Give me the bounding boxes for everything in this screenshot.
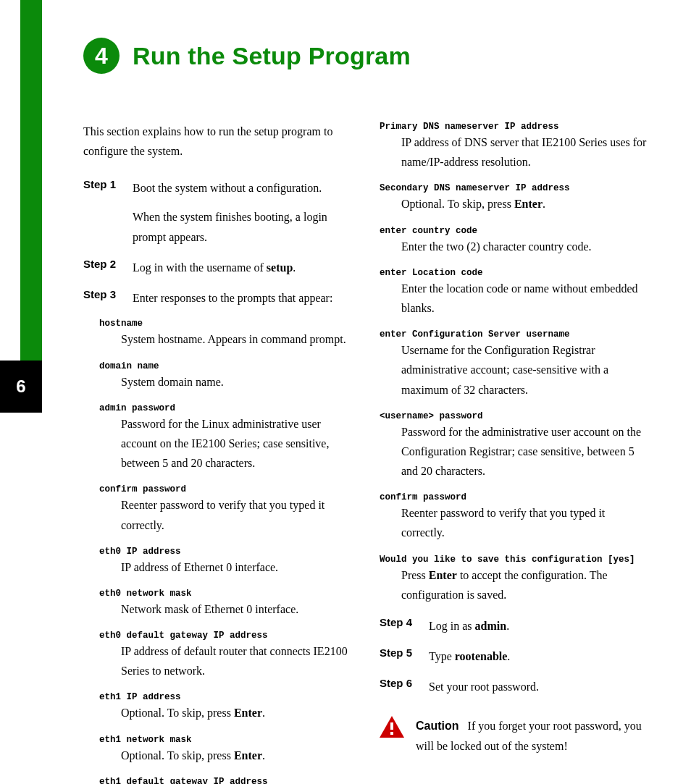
section-number-badge: 4 <box>83 38 120 74</box>
prompt-label: Secondary DNS nameserver IP address <box>380 183 648 193</box>
prompt-label: admin password <box>99 403 352 413</box>
prompt-description: System hostname. Appears in command prom… <box>121 329 352 349</box>
prompt-description: Reenter password to verify that you type… <box>401 503 648 542</box>
prompt-label: eth0 network mask <box>99 589 352 599</box>
prompt-item: confirm passwordReenter password to veri… <box>380 492 648 542</box>
step-label: Step 4 <box>380 616 419 636</box>
prompt-item: confirm passwordReenter password to veri… <box>99 484 352 534</box>
prompt-label: enter Location code <box>380 268 648 278</box>
prompt-description: Optional. To skip, press Enter. <box>121 746 352 765</box>
step-row: Step 4Log in as admin. <box>380 616 648 636</box>
prompt-item: admin passwordPassword for the Linux adm… <box>99 403 352 473</box>
step-paragraph: Set your root password. <box>429 677 648 697</box>
bold-term: Enter <box>234 749 262 762</box>
step-body: Set your root password. <box>429 677 648 697</box>
step-paragraph: Boot the system without a configuration. <box>133 178 352 198</box>
caution-block: Caution If you forget your root password… <box>380 716 648 756</box>
bold-term: Enter <box>429 569 457 581</box>
step-paragraph: Log in as admin. <box>429 616 648 636</box>
prompt-item: eth0 IP addressIP address of Ethernet 0 … <box>99 547 352 577</box>
prompt-item: Would you like to save this configuratio… <box>380 555 648 604</box>
prompt-item: hostnameSystem hostname. Appears in comm… <box>99 319 352 349</box>
bold-term: admin <box>475 620 507 632</box>
step-paragraph: Enter responses to the prompts that appe… <box>133 288 352 308</box>
bold-term: setup <box>267 261 293 274</box>
prompt-list: Primary DNS nameserver IP addressIP addr… <box>380 122 648 604</box>
prompt-description: Enter the location code or name without … <box>401 279 648 318</box>
prompt-description: Optional. To skip, press Enter. <box>121 703 352 722</box>
prompt-label: confirm password <box>99 484 352 494</box>
bold-term: rootenable <box>455 650 508 662</box>
prompt-item: eth0 default gateway IP addressIP addres… <box>99 631 352 680</box>
caution-icon <box>380 716 404 738</box>
prompt-label: eth0 IP address <box>99 547 352 557</box>
left-stripe <box>20 0 42 361</box>
column-right: Primary DNS nameserver IP addressIP addr… <box>380 122 648 784</box>
prompt-list: hostnameSystem hostname. Appears in comm… <box>99 319 352 784</box>
prompt-label: hostname <box>99 319 352 329</box>
step-row: Step 5Type rootenable. <box>380 646 648 667</box>
prompt-description: Username for the Configuration Registrar… <box>401 340 648 400</box>
prompt-label: <username> password <box>380 411 648 421</box>
prompt-description: Password for the Linux administrative us… <box>121 414 352 473</box>
step-body: Boot the system without a configuration.… <box>133 178 352 248</box>
prompt-label: eth1 network mask <box>99 735 352 745</box>
prompt-item: enter Location codeEnter the location co… <box>380 268 648 318</box>
step-row: Step 2Log in with the username of setup. <box>83 258 352 278</box>
prompt-item: domain nameSystem domain name. <box>99 361 352 392</box>
prompt-label: Would you like to save this configuratio… <box>380 555 648 565</box>
prompt-item: enter country codeEnter the two (2) char… <box>380 226 648 256</box>
step-body: Log in as admin. <box>429 616 648 636</box>
prompt-description: Reenter password to verify that you type… <box>121 495 352 534</box>
prompt-description: Optional. To skip, press Enter. <box>401 194 648 214</box>
prompt-description: IP address of Ethernet 0 interface. <box>121 557 352 577</box>
step-row: Step 3Enter responses to the prompts tha… <box>83 288 352 308</box>
prompt-label: eth0 default gateway IP address <box>99 631 352 641</box>
content-columns: This section explains how to run the set… <box>83 122 648 784</box>
step-row: Step 6Set your root password. <box>380 677 648 697</box>
prompt-label: eth1 default gateway IP address <box>99 777 352 784</box>
prompt-description: System domain name. <box>121 372 352 392</box>
step-body: Log in with the username of setup. <box>133 258 352 278</box>
step-label: Step 2 <box>83 258 122 278</box>
prompt-label: confirm password <box>380 492 648 502</box>
step-body: Enter responses to the prompts that appe… <box>133 288 352 308</box>
prompt-label: enter Configuration Server username <box>380 329 648 340</box>
prompt-item: eth0 network maskNetwork mask of Etherne… <box>99 589 352 619</box>
prompt-label: enter country code <box>380 226 648 236</box>
prompt-label: domain name <box>99 361 352 371</box>
page-title: Run the Setup Program <box>133 42 411 70</box>
step-body: Type rootenable. <box>429 646 648 667</box>
step-label: Step 6 <box>380 677 419 697</box>
prompt-description: Network mask of Ethernet 0 interface. <box>121 599 352 619</box>
step-label: Step 5 <box>380 646 419 667</box>
prompt-item: Primary DNS nameserver IP addressIP addr… <box>380 122 648 172</box>
prompt-item: <username> passwordPassword for the admi… <box>380 411 648 481</box>
prompt-description: Enter the two (2) character country code… <box>401 237 648 256</box>
prompt-description: IP address of default router that connec… <box>121 641 352 680</box>
prompt-label: Primary DNS nameserver IP address <box>380 122 648 132</box>
step-label: Step 3 <box>83 288 122 308</box>
heading: 4 Run the Setup Program <box>83 38 411 74</box>
step-paragraph: When the system finishes booting, a logi… <box>133 207 352 248</box>
bold-term: Enter <box>514 198 543 210</box>
prompt-item: eth1 IP addressOptional. To skip, press … <box>99 692 352 722</box>
bold-term: Enter <box>234 707 262 719</box>
prompt-item: eth1 default gateway IP addressOptional.… <box>99 777 352 784</box>
prompt-label: eth1 IP address <box>99 692 352 702</box>
prompt-item: Secondary DNS nameserver IP addressOptio… <box>380 183 648 214</box>
intro-text: This section explains how to run the set… <box>83 122 352 161</box>
step-paragraph: Type rootenable. <box>429 646 648 667</box>
prompt-item: eth1 network maskOptional. To skip, pres… <box>99 735 352 765</box>
prompt-description: Press Enter to accept the configuration.… <box>401 565 648 604</box>
caution-label: Caution <box>416 720 459 732</box>
page-tab: 6 <box>0 361 42 413</box>
column-left: This section explains how to run the set… <box>83 122 352 784</box>
svg-rect-2 <box>390 732 393 735</box>
step-label: Step 1 <box>83 178 122 248</box>
prompt-description: Password for the administrative user acc… <box>401 422 648 481</box>
step-paragraph: Log in with the username of setup. <box>133 258 352 278</box>
prompt-description: IP address of DNS server that IE2100 Ser… <box>401 132 648 172</box>
step-row: Step 1Boot the system without a configur… <box>83 178 352 248</box>
caution-text: Caution If you forget your root password… <box>416 716 648 756</box>
